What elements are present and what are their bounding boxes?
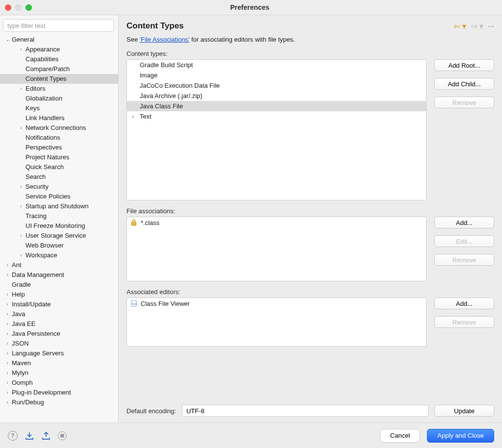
- remove-association-button: Remove: [434, 254, 494, 266]
- content-panel: Content Types ⇦ ▾ ⇨ ▾ ⋮ See 'File Associ…: [119, 15, 502, 423]
- tree-item-java-persistence[interactable]: ›Java Persistence: [0, 329, 118, 339]
- tree-item-general[interactable]: ⌄General: [0, 35, 118, 45]
- lock-icon: [130, 219, 138, 226]
- tree-item-ant[interactable]: ›Ant: [0, 260, 118, 270]
- tree-item-startup[interactable]: ›Startup and Shutdown: [0, 201, 118, 211]
- ct-item-archive[interactable]: Java Archive (.jar/.zip): [127, 91, 426, 101]
- remove-editor-button: Remove: [434, 316, 494, 328]
- tree-item-java-ee[interactable]: ›Java EE: [0, 319, 118, 329]
- add-association-button[interactable]: Add...: [434, 217, 494, 228]
- tree-item-appearance[interactable]: ›Appearance: [0, 45, 118, 54]
- filter-input[interactable]: [3, 19, 114, 32]
- nav-back-icon[interactable]: ⇦ ▾: [453, 22, 466, 31]
- tree-item-project-natures[interactable]: ›Project Natures: [0, 152, 118, 162]
- edit-association-button: Edit...: [434, 235, 494, 247]
- intro-text: See 'File Associations' for associating …: [126, 36, 494, 43]
- file-associations-list[interactable]: *.class: [126, 217, 427, 281]
- footer-icons: ?: [8, 431, 67, 441]
- svg-rect-0: [132, 222, 136, 225]
- tree-item-globalization[interactable]: ›Globalization: [0, 94, 118, 103]
- content-header: Content Types ⇦ ▾ ⇨ ▾ ⋮: [119, 15, 502, 36]
- add-editor-button[interactable]: Add...: [434, 298, 494, 309]
- ct-item-image[interactable]: Image: [127, 70, 426, 80]
- window-title: Preferences: [2, 3, 497, 11]
- tree-item-compare-patch[interactable]: ›Compare/Patch: [0, 64, 118, 74]
- cancel-button[interactable]: Cancel: [380, 429, 420, 443]
- tree-item-maven[interactable]: ›Maven: [0, 358, 118, 368]
- ct-item-classfile[interactable]: Java Class File: [127, 101, 426, 111]
- tree-item-plugin-dev[interactable]: ›Plug-in Development: [0, 388, 118, 398]
- tree-item-service-policies[interactable]: ›Service Policies: [0, 192, 118, 201]
- ct-item-text[interactable]: Text: [127, 111, 426, 122]
- tree-item-ui-freeze[interactable]: ›UI Freeze Monitoring: [0, 221, 118, 231]
- main-split: ⌄General ›Appearance ›Capabilities ›Comp…: [0, 15, 502, 423]
- tree-item-json[interactable]: ›JSON: [0, 339, 118, 348]
- nav-forward-icon[interactable]: ⇨ ▾: [471, 22, 483, 31]
- fa-item-class[interactable]: *.class: [127, 217, 426, 228]
- file-associations-buttons: Add... Edit... Remove: [434, 217, 494, 281]
- import-icon[interactable]: [25, 431, 34, 440]
- content-types-list[interactable]: Gradle Build Script Image JaCoCo Executi…: [126, 59, 427, 200]
- associated-editors-buttons: Add... Remove: [434, 298, 494, 347]
- file-associations-link[interactable]: 'File Associations': [140, 36, 190, 43]
- tree-item-gradle[interactable]: ›Gradle: [0, 280, 118, 290]
- apply-close-button[interactable]: Apply and Close: [427, 429, 494, 443]
- tree-item-perspectives[interactable]: ›Perspectives: [0, 143, 118, 152]
- content-body: See 'File Associations' for associating …: [119, 36, 502, 423]
- tree-item-security[interactable]: ›Security: [0, 182, 118, 192]
- tree-item-search[interactable]: ›Search: [0, 172, 118, 182]
- tree-item-link-handlers[interactable]: ›Link Handlers: [0, 113, 118, 123]
- sidebar: ⌄General ›Appearance ›Capabilities ›Comp…: [0, 15, 119, 423]
- tree-item-install-update[interactable]: ›Install/Update: [0, 299, 118, 309]
- encoding-label: Default encoding:: [126, 407, 176, 415]
- tree-item-quick-search[interactable]: ›Quick Search: [0, 162, 118, 172]
- tree-item-web-browser[interactable]: ›Web Browser: [0, 241, 118, 250]
- add-root-button[interactable]: Add Root...: [434, 59, 494, 71]
- svg-text:010: 010: [132, 302, 137, 305]
- associated-editors-block: 010 Class File Viewer Add... Remove: [126, 298, 494, 347]
- tree-item-mylyn[interactable]: ›Mylyn: [0, 368, 118, 378]
- ct-item-gradle[interactable]: Gradle Build Script: [127, 60, 426, 70]
- tree-item-help[interactable]: ›Help: [0, 290, 118, 299]
- tree-item-editors[interactable]: ›Editors: [0, 84, 118, 94]
- tree-item-user-storage[interactable]: ›User Storage Service: [0, 231, 118, 241]
- tree-item-data-management[interactable]: ›Data Management: [0, 270, 118, 280]
- tree-item-workspace[interactable]: ›Workspace: [0, 250, 118, 260]
- associated-editors-label: Associated editors:: [126, 288, 494, 296]
- tree-item-run-debug[interactable]: ›Run/Debug: [0, 398, 118, 407]
- tree-item-oomph[interactable]: ›Oomph: [0, 378, 118, 388]
- editor-item-classviewer[interactable]: 010 Class File Viewer: [127, 298, 426, 309]
- file-associations-block: *.class Add... Edit... Remove: [126, 217, 494, 281]
- help-icon[interactable]: ?: [8, 431, 18, 441]
- encoding-row: Default encoding: Update: [126, 399, 494, 417]
- view-menu-icon[interactable]: ⋮: [487, 23, 495, 29]
- file-icon: 010: [130, 299, 138, 307]
- export-icon[interactable]: [41, 431, 51, 440]
- oomph-icon[interactable]: [58, 431, 67, 440]
- ct-item-jacoco[interactable]: JaCoCo Execution Data File: [127, 80, 426, 91]
- header-nav: ⇦ ▾ ⇨ ▾ ⋮: [453, 22, 494, 31]
- page-title: Content Types: [126, 21, 184, 31]
- tree-item-tracing[interactable]: ›Tracing: [0, 211, 118, 221]
- tree-item-java[interactable]: ›Java: [0, 309, 118, 319]
- content-types-block: Gradle Build Script Image JaCoCo Executi…: [126, 59, 494, 200]
- tree-item-keys[interactable]: ›Keys: [0, 103, 118, 113]
- filter-wrapper: [3, 19, 114, 32]
- preferences-tree[interactable]: ⌄General ›Appearance ›Capabilities ›Comp…: [0, 35, 118, 419]
- remove-content-type-button: Remove: [434, 97, 494, 108]
- tree-item-content-types[interactable]: ›Content Types: [0, 74, 118, 84]
- tree-item-language-servers[interactable]: ›Language Servers: [0, 348, 118, 358]
- content-types-buttons: Add Root... Add Child... Remove: [434, 59, 494, 200]
- file-associations-label: File associations:: [126, 207, 494, 215]
- associated-editors-list[interactable]: 010 Class File Viewer: [126, 298, 427, 347]
- tree-item-network[interactable]: ›Network Connections: [0, 123, 118, 133]
- add-child-button[interactable]: Add Child...: [434, 78, 494, 90]
- tree-item-capabilities[interactable]: ›Capabilities: [0, 54, 118, 64]
- footer: ? Cancel Apply and Close: [0, 423, 502, 448]
- update-encoding-button[interactable]: Update: [434, 405, 494, 417]
- content-types-label: Content types:: [126, 50, 494, 57]
- tree-item-notifications[interactable]: ›Notifications: [0, 133, 118, 143]
- titlebar: Preferences: [0, 0, 502, 15]
- encoding-input[interactable]: [182, 405, 428, 417]
